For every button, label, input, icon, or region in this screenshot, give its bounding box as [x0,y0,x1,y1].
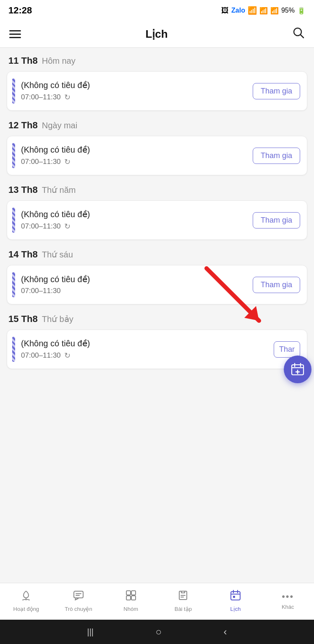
svg-rect-11 [74,591,83,598]
more-icon: ••• [282,591,294,602]
tham-gia-btn-1[interactable]: Tham gia [253,83,300,99]
event-time-1: 07:00–11:30 [21,93,61,101]
menu-button[interactable] [9,30,21,38]
svg-line-1 [301,35,304,38]
svg-rect-20 [231,592,240,600]
event-card-1: (Không có tiêu đề) 07:00–11:30 ↻ Tham gi… [7,71,307,111]
nav-label-calendar: Lịch [230,606,241,612]
date-group-5: 15 Th8 Thứ bảy (Không có tiêu đề) 07:00–… [7,314,307,369]
battery-text: 95% [281,7,295,14]
date-group-3: 13 Th8 Thứ năm (Không có tiêu đề) 07:00–… [7,184,307,240]
svg-rect-16 [126,596,131,600]
repeat-icon-2: ↻ [64,157,71,166]
tham-gia-btn-4[interactable]: Tham gia [253,277,300,293]
android-recent-btn[interactable]: ||| [87,627,94,637]
tham-gia-btn-5[interactable]: Thar [274,341,300,358]
event-info-2: (Không có tiêu đề) 07:00–11:30 ↻ [21,145,247,166]
event-title-3: (Không có tiêu đề) [21,209,247,219]
event-stripe-3 [12,208,15,233]
zalo-icon: Zalo [231,7,245,14]
bottom-nav: Hoạt động Trò chuyện Nhóm [0,583,314,620]
repeat-icon-3: ↻ [64,222,71,231]
event-stripe-4 [12,272,15,297]
svg-rect-17 [131,596,136,600]
event-title-5: (Không có tiêu đề) [21,338,268,348]
event-time-4: 07:00–11:30 [21,287,61,295]
fab-position [284,356,311,383]
activity-icon [20,589,32,604]
date-label-4: Thứ sáu [42,249,73,260]
date-day-month-5: 15 Th8 [8,314,38,325]
event-info-1: (Không có tiêu đề) 07:00–11:30 ↻ [21,80,247,102]
date-header-5: 15 Th8 Thứ bảy [7,314,307,325]
status-time: 12:28 [8,5,32,16]
nav-item-homework[interactable]: Bài tập [157,589,209,612]
hamburger-line-1 [9,30,21,31]
event-card-3: (Không có tiêu đề) 07:00–11:30 ↻ Tham gi… [7,200,307,240]
repeat-icon-1: ↻ [64,93,71,102]
event-title-4: (Không có tiêu đề) [21,274,247,284]
event-time-row-4: 07:00–11:30 [21,287,247,295]
nav-label-chat: Trò chuyện [65,606,92,612]
date-label-5: Thứ bảy [42,314,73,324]
event-time-row-3: 07:00–11:30 ↻ [21,222,247,231]
hamburger-line-2 [9,34,21,35]
signal-icon1: 📶 [259,7,268,15]
event-title-1: (Không có tiêu đề) [21,80,247,90]
calendar-icon [230,589,241,604]
app-header: Lịch [0,21,314,48]
event-title-2: (Không có tiêu đề) [21,145,247,155]
date-day-month-3: 13 Th8 [8,184,38,195]
date-header-2: 12 Th8 Ngày mai [7,120,307,131]
search-icon[interactable] [292,26,305,42]
calendar-add-icon [290,362,305,377]
event-info-3: (Không có tiêu đề) 07:00–11:30 ↻ [21,209,247,231]
nav-item-calendar[interactable]: Lịch [209,589,262,612]
group-icon [125,589,137,604]
event-stripe-2 [12,143,15,168]
tham-gia-btn-2[interactable]: Tham gia [253,148,300,164]
android-home-btn[interactable]: ○ [156,626,162,638]
status-bar: 12:28 🖼 Zalo 📶 📶 📶 95% 🔋 [0,0,314,21]
nav-item-chat[interactable]: Trò chuyện [52,589,105,612]
battery-icon: 🔋 [297,7,306,15]
nav-label-homework: Bài tập [175,606,192,612]
homework-icon [177,589,189,604]
event-card-4: (Không có tiêu đề) 07:00–11:30 Tham gia [7,265,307,304]
add-calendar-fab[interactable] [284,356,311,383]
nav-item-activity[interactable]: Hoạt động [0,589,52,612]
tham-gia-btn-3[interactable]: Tham gia [253,212,300,229]
event-time-3: 07:00–11:30 [21,222,61,231]
nav-item-group[interactable]: Nhóm [105,589,157,612]
date-group-2: 12 Th8 Ngày mai (Không có tiêu đề) 07:00… [7,120,307,175]
event-info-5: (Không có tiêu đề) 07:00–11:30 ↻ [21,338,268,360]
date-header-3: 13 Th8 Thứ năm [7,184,307,195]
event-stripe-1 [12,78,15,104]
event-card-2: (Không có tiêu đề) 07:00–11:30 ↻ Tham gi… [7,136,307,175]
event-time-row-1: 07:00–11:30 ↻ [21,93,247,102]
repeat-icon-5: ↻ [64,351,71,360]
date-day-month-4: 14 Th8 [8,249,38,260]
android-nav-bar: ||| ○ ‹ [0,620,314,644]
notification-icon: 🖼 [221,6,229,15]
nav-label-group: Nhóm [123,606,138,612]
header-title: Lịch [145,28,167,41]
nav-label-more: Khác [282,604,294,610]
date-day-month-1: 11 Th8 [8,55,38,66]
main-content: 11 Th8 Hôm nay (Không có tiêu đề) 07:00–… [0,48,314,583]
event-time-2: 07:00–11:30 [21,158,61,166]
wifi-icon: 📶 [248,6,257,15]
last-card-wrapper: (Không có tiêu đề) 07:00–11:30 ↻ Thar [7,330,307,369]
nav-item-more[interactable]: ••• Khác [262,591,314,610]
date-header-1: 11 Th8 Hôm nay [7,55,307,66]
event-time-row-5: 07:00–11:30 ↻ [21,351,268,360]
android-back-btn[interactable]: ‹ [224,626,227,638]
event-time-row-2: 07:00–11:30 ↻ [21,157,247,166]
date-header-4: 14 Th8 Thứ sáu [7,249,307,260]
event-stripe-5 [12,337,15,362]
chat-icon [73,589,84,604]
nav-label-activity: Hoạt động [13,606,39,612]
date-day-month-2: 12 Th8 [8,120,38,131]
date-label-1: Hôm nay [42,56,76,66]
hamburger-line-3 [9,37,21,38]
